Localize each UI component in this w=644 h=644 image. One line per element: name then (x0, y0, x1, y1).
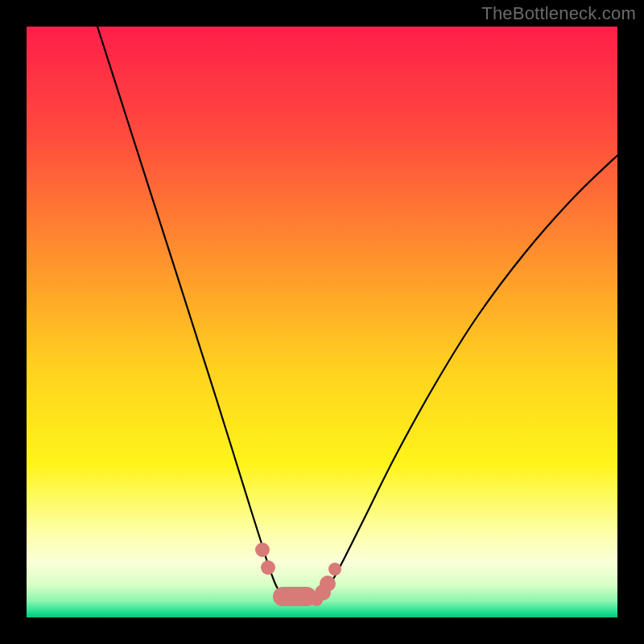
watermark-text: TheBottleneck.com (481, 3, 636, 24)
chart-svg (27, 27, 617, 617)
marker-dot (320, 576, 336, 592)
marker-dot (328, 563, 341, 576)
chart-stage: TheBottleneck.com (0, 0, 644, 644)
marker-bar (273, 587, 316, 606)
marker-dot (261, 560, 275, 575)
plot-area (27, 27, 617, 617)
gradient-background (27, 27, 617, 617)
marker-dot (255, 543, 270, 557)
